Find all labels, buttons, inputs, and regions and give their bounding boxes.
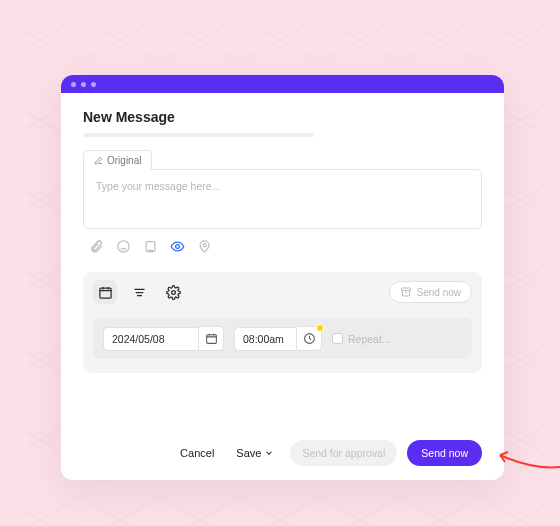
send-now-small-label: Send now xyxy=(417,287,461,298)
schedule-tab-calendar[interactable] xyxy=(93,280,117,304)
pin-icon[interactable] xyxy=(197,239,212,258)
chevron-down-icon xyxy=(264,448,274,458)
tab-original[interactable]: Original xyxy=(83,150,152,170)
progress-bar xyxy=(83,133,314,137)
time-badge xyxy=(316,324,324,332)
date-input[interactable]: 2024/05/08 xyxy=(103,327,198,351)
window-dot xyxy=(91,82,96,87)
new-message-modal: New Message Original Type your message h… xyxy=(61,75,504,480)
calendar-icon xyxy=(205,332,218,345)
gear-icon xyxy=(166,285,181,300)
pencil-icon xyxy=(94,156,103,165)
repeat-label: Repeat... xyxy=(348,333,391,345)
paperclip-icon[interactable] xyxy=(89,239,104,258)
svg-point-3 xyxy=(203,244,206,247)
cancel-button[interactable]: Cancel xyxy=(174,441,220,465)
message-textarea[interactable]: Type your message here... xyxy=(83,169,482,229)
window-dot xyxy=(71,82,76,87)
send-now-button[interactable]: Send now xyxy=(407,440,482,466)
save-button-label: Save xyxy=(236,447,261,459)
save-button[interactable]: Save xyxy=(230,441,280,465)
smile-icon[interactable] xyxy=(116,239,131,258)
time-input[interactable]: 08:00am xyxy=(234,327,296,351)
window-dot xyxy=(81,82,86,87)
schedule-tab-settings[interactable] xyxy=(161,280,185,304)
time-picker-button[interactable] xyxy=(296,326,322,351)
svg-rect-4 xyxy=(99,288,110,298)
sticker-icon[interactable] xyxy=(143,239,158,258)
svg-point-0 xyxy=(118,241,129,252)
send-for-approval-button[interactable]: Send for approval xyxy=(290,440,397,466)
composer-tabs: Original xyxy=(83,149,482,169)
calendar-icon xyxy=(98,285,113,300)
repeat-checkbox[interactable] xyxy=(332,333,343,344)
message-placeholder: Type your message here... xyxy=(96,180,220,192)
schedule-toolbar: Send now xyxy=(93,280,472,304)
schedule-row: 2024/05/08 08:00am Repeat... xyxy=(93,318,472,359)
svg-rect-7 xyxy=(206,335,216,344)
window-titlebar xyxy=(61,75,504,93)
date-picker-button[interactable] xyxy=(198,326,224,351)
eye-icon[interactable] xyxy=(170,239,185,258)
footer-actions: Cancel Save Send for approval Send now xyxy=(83,424,482,466)
composer-toolbar xyxy=(83,229,482,272)
schedule-tab-list[interactable] xyxy=(127,280,151,304)
svg-rect-6 xyxy=(401,288,410,291)
send-now-small-button[interactable]: Send now xyxy=(389,281,472,303)
clock-icon xyxy=(303,332,316,345)
list-icon xyxy=(132,285,147,300)
tab-original-label: Original xyxy=(107,155,141,166)
svg-point-5 xyxy=(171,290,175,294)
page-title: New Message xyxy=(83,109,482,125)
archive-icon xyxy=(400,286,412,298)
svg-point-2 xyxy=(176,245,180,249)
repeat-toggle[interactable]: Repeat... xyxy=(332,333,391,345)
schedule-panel: Send now 2024/05/08 08:00am Repeat... xyxy=(83,272,482,373)
